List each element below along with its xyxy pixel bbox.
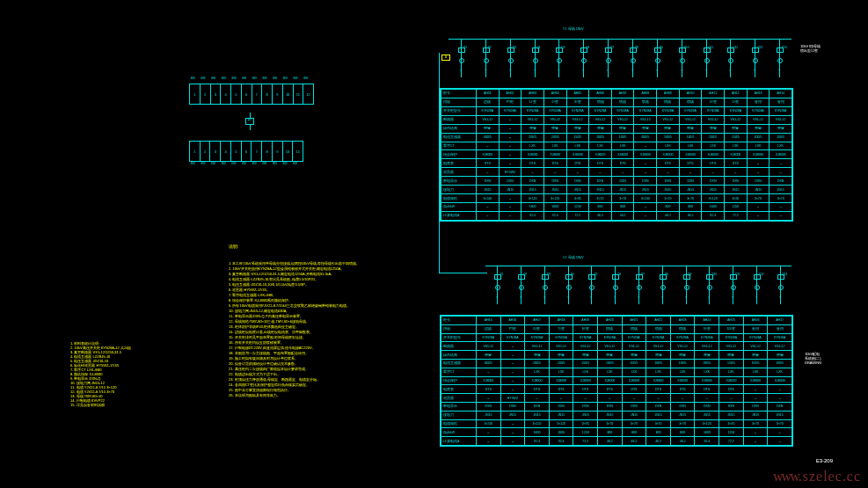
cell: LXK: [525, 368, 550, 376]
cell: LXK: [670, 368, 695, 376]
breaker-tag: Q13: [783, 273, 788, 276]
cell: LXK: [702, 142, 725, 150]
cell: 3×70: [679, 194, 702, 203]
breaker-tag: Q9: [660, 46, 663, 49]
cell: 100/5: [611, 133, 634, 142]
cell: KYN28A: [646, 333, 671, 342]
dim-label: 800: [231, 162, 236, 165]
cell: --: [500, 376, 525, 385]
dim-label: 800: [211, 162, 215, 165]
cell: 备用: [747, 98, 770, 106]
busbar1-label: #1 母线 10kV: [563, 26, 584, 31]
cell: KYN28A: [611, 106, 634, 115]
cell: 3×95: [566, 194, 589, 203]
cell: --: [768, 437, 792, 446]
cell: 6#变: [525, 324, 550, 333]
cell: LXK: [725, 142, 748, 150]
ct-icon: [704, 58, 710, 63]
cable-head-icon: ▽: [607, 295, 623, 299]
ct-icon: [660, 285, 666, 290]
cell: DXN: [549, 402, 573, 411]
cell: --: [634, 168, 657, 177]
cell: XJ8000: [768, 376, 792, 385]
cell: DTS: [549, 385, 573, 394]
col-header: AH08: [634, 90, 657, 98]
watermark: www.szelec.cc: [773, 469, 861, 484]
cell: --: [695, 394, 719, 403]
cell: --: [477, 142, 500, 150]
cell: JN15: [477, 411, 501, 419]
ct-icon: [637, 285, 642, 290]
cell: DTS: [611, 159, 634, 168]
panel-row-bottom: 1234567891011: [189, 141, 303, 162]
col-header: AH16: [500, 317, 525, 325]
cell: 72.2: [566, 211, 589, 220]
cell: 1#变: [522, 98, 544, 106]
cell: KYN28A: [499, 106, 522, 115]
cell: --: [770, 159, 792, 168]
cell: 3×120: [549, 419, 573, 428]
cable-head-icon: ▽: [502, 69, 518, 72]
cell: XJ8000: [566, 150, 589, 159]
cell: --: [743, 385, 768, 394]
cell: --: [634, 211, 657, 220]
dim-label: 800: [294, 76, 298, 80]
cell: --: [702, 168, 725, 177]
breaker-tag: Q6: [617, 273, 621, 276]
row-header: 柜号: [441, 90, 477, 98]
cell: JN15: [634, 186, 657, 194]
cell: 3×70: [622, 419, 646, 428]
cell: DTS: [543, 159, 566, 168]
dim-label: 800: [262, 162, 266, 165]
breaker-tag: Q2: [523, 273, 527, 276]
cell: DTS: [657, 159, 680, 168]
dim-label: 800: [263, 76, 267, 80]
cell: 5#变: [725, 98, 748, 106]
cell: 800: [589, 202, 612, 211]
cell: JN15: [622, 411, 646, 419]
cell: JN15: [747, 186, 770, 194]
cable-head-icon: ▽: [701, 295, 717, 299]
cell: 800: [679, 202, 702, 211]
cell: 1250: [573, 428, 598, 437]
cell: 150/5: [725, 133, 748, 142]
cell: KYN28A: [725, 106, 748, 115]
panel-cell: 11: [293, 142, 303, 161]
cell: 72.2: [725, 211, 748, 220]
cell: 46.2: [657, 211, 680, 220]
cable-head-icon: ▽: [453, 69, 469, 72]
ct-icon: [495, 285, 500, 290]
breaker-tag: Q1: [463, 46, 467, 49]
cell: 馈线: [679, 98, 702, 106]
cell: 3×70: [747, 194, 770, 203]
breaker-tag: Q1: [500, 273, 503, 276]
cell: 200/5: [543, 133, 566, 142]
cell: 弹簧: [670, 351, 695, 360]
cell: --: [499, 159, 522, 168]
row-header: 操作机构: [441, 124, 477, 133]
cell: DTS: [646, 385, 671, 394]
panel-cell: 3: [210, 142, 221, 161]
panel-cell: 10: [283, 84, 294, 104]
cell: LXK: [543, 142, 566, 150]
dim-label: 800: [273, 162, 277, 165]
cable-head-icon: ▽: [631, 295, 646, 299]
cell: --: [634, 142, 657, 150]
dim-label: 800: [293, 162, 297, 165]
row-header: 综合保护: [441, 376, 477, 385]
ct-icon: [606, 58, 611, 63]
cell: KYN28A: [719, 333, 744, 342]
cell: 100/5: [747, 133, 770, 142]
cell: 100/5: [657, 133, 680, 142]
cable-head-icon: ▽: [560, 295, 576, 299]
cell: 9#变: [695, 324, 719, 333]
cell: 8#变: [573, 324, 598, 333]
row-header: 电度表: [441, 159, 477, 168]
cable-head-icon: ▽: [725, 295, 740, 299]
cell: --: [743, 428, 768, 437]
cell: --: [657, 168, 680, 177]
ct-icon: [543, 285, 548, 290]
breaker-tag: Q4: [537, 46, 541, 49]
cell: --: [477, 202, 500, 211]
cell: 72.2: [573, 437, 598, 446]
